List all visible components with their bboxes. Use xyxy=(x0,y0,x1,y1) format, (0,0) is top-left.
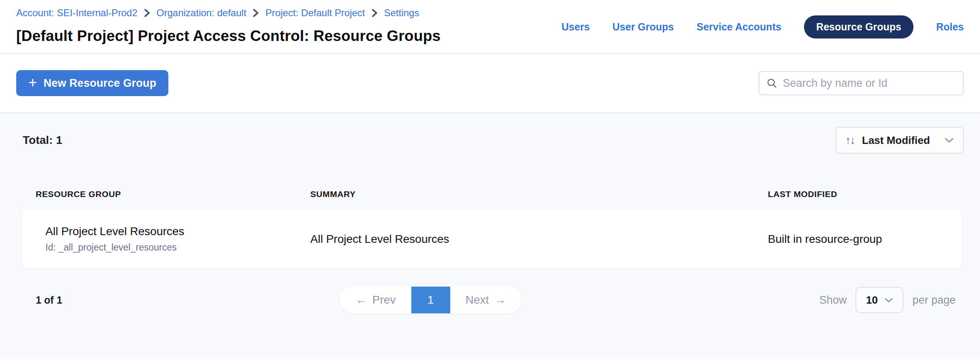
arrow-right-icon: → xyxy=(494,294,506,306)
chevron-right-icon xyxy=(253,9,259,17)
pagination-bar: 1 of 1 ← Prev 1 Next → Show 10 per page xyxy=(22,287,961,313)
sort-dropdown[interactable]: ↑↓ Last Modified xyxy=(836,127,964,154)
toolbar: + New Resource Group xyxy=(0,54,980,113)
resource-group-name: All Project Level Resources xyxy=(45,225,310,238)
pager: ← Prev 1 Next → xyxy=(340,287,521,313)
header-left: Account: SEI-Internal-Prod2 Organization… xyxy=(16,7,441,45)
tab-users[interactable]: Users xyxy=(561,21,590,33)
tab-roles[interactable]: Roles xyxy=(936,21,964,33)
per-page-control: Show 10 per page xyxy=(819,287,961,313)
breadcrumb: Account: SEI-Internal-Prod2 Organization… xyxy=(16,7,441,19)
search-icon xyxy=(767,77,777,89)
page-size-select[interactable]: 10 xyxy=(855,287,903,313)
table-header-row: Resource Group Summary Last Modified xyxy=(22,189,961,210)
arrow-left-icon: ← xyxy=(355,294,367,306)
page-title: [Default Project] Project Access Control… xyxy=(16,28,441,45)
sort-arrows-icon: ↑↓ xyxy=(845,134,855,147)
prev-page-label: Prev xyxy=(372,294,396,306)
summary-bar: Total: 1 ↑↓ Last Modified xyxy=(16,113,964,154)
new-resource-group-button[interactable]: + New Resource Group xyxy=(16,70,168,96)
prev-page-button[interactable]: ← Prev xyxy=(340,287,411,313)
next-page-label: Next xyxy=(466,294,489,306)
column-header-summary: Summary xyxy=(310,189,768,210)
new-resource-group-button-label: New Resource Group xyxy=(43,77,156,90)
breadcrumb-account-link[interactable]: Account: SEI-Internal-Prod2 xyxy=(16,7,138,19)
sort-dropdown-value: Last Modified xyxy=(862,134,930,147)
next-page-button[interactable]: Next → xyxy=(450,287,522,313)
chevron-down-icon xyxy=(944,137,954,143)
breadcrumb-organization-link[interactable]: Organization: default xyxy=(157,7,246,19)
page-header: Account: SEI-Internal-Prod2 Organization… xyxy=(0,0,980,54)
plus-icon: + xyxy=(28,75,37,90)
last-modified-cell: Built in resource-group xyxy=(768,233,961,246)
search-box xyxy=(759,71,964,95)
current-page-button[interactable]: 1 xyxy=(411,287,450,313)
chevron-right-icon xyxy=(144,9,150,17)
tab-user-groups[interactable]: User Groups xyxy=(612,21,674,33)
breadcrumb-project-link[interactable]: Project: Default Project xyxy=(265,7,365,19)
resource-group-cell: All Project Level Resources Id: _all_pro… xyxy=(22,225,310,253)
page-size-value: 10 xyxy=(866,294,878,306)
show-label: Show xyxy=(819,294,847,306)
tab-resource-groups[interactable]: Resource Groups xyxy=(804,15,913,39)
column-header-last-modified: Last Modified xyxy=(768,189,961,210)
chevron-down-icon xyxy=(884,298,893,303)
page-range-label: 1 of 1 xyxy=(22,294,62,306)
chevron-right-icon xyxy=(372,9,378,17)
total-count-label: Total: 1 xyxy=(23,134,62,147)
resource-group-id: Id: _all_project_level_resources xyxy=(45,242,310,253)
resource-groups-list-section: Total: 1 ↑↓ Last Modified Resource Group… xyxy=(0,113,980,359)
summary-cell: All Project Level Resources xyxy=(310,233,768,246)
column-header-resource-group: Resource Group xyxy=(22,189,310,210)
per-page-label: per page xyxy=(912,294,956,306)
table-row[interactable]: All Project Level Resources Id: _all_pro… xyxy=(22,210,961,268)
search-input[interactable] xyxy=(783,77,956,90)
breadcrumb-settings-link[interactable]: Settings xyxy=(384,7,419,19)
access-control-tabs: Users User Groups Service Accounts Resou… xyxy=(561,15,964,39)
tab-service-accounts[interactable]: Service Accounts xyxy=(696,21,781,33)
